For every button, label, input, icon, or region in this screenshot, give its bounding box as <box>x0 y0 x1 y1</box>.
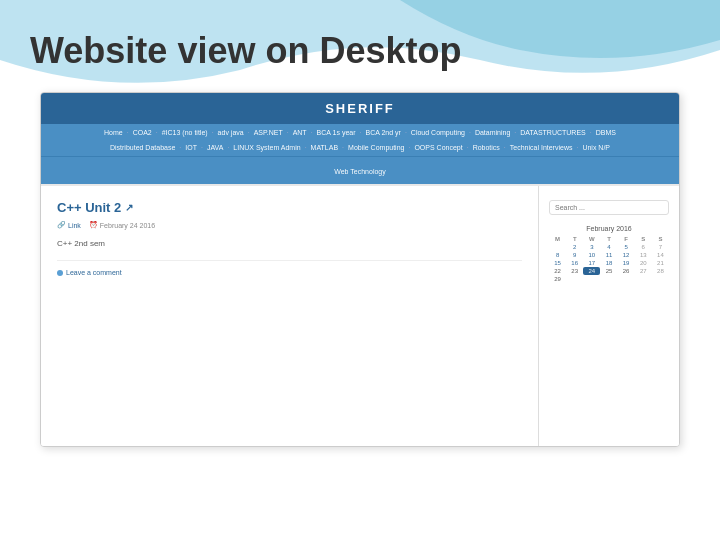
calendar-day[interactable]: 2 <box>566 243 583 251</box>
calendar-day[interactable]: 27 <box>635 267 652 275</box>
nav-row-3: Web Technology <box>41 157 679 186</box>
nav-advjava[interactable]: adv java <box>218 129 244 136</box>
nav-mobile[interactable]: Mobile Computing <box>348 144 404 151</box>
calendar-day <box>635 275 652 283</box>
nav-row-1: Home · COA2 · #IC13 (no title) · adv jav… <box>41 124 679 141</box>
nav-home[interactable]: Home <box>104 129 123 136</box>
calendar-day <box>600 275 617 283</box>
nav-bca2[interactable]: BCA 2nd yr <box>365 129 400 136</box>
nav-distdb[interactable]: Distributed Database <box>110 144 175 151</box>
calendar-day <box>652 275 669 283</box>
calendar-day <box>618 275 635 283</box>
calendar-day[interactable]: 7 <box>652 243 669 251</box>
calendar-day-header: S <box>635 235 652 243</box>
nav-ant[interactable]: ANT <box>293 129 307 136</box>
calendar-day-header: W <box>583 235 600 243</box>
calendar-day[interactable]: 28 <box>652 267 669 275</box>
calendar-day[interactable]: 12 <box>618 251 635 259</box>
search-input[interactable] <box>549 200 669 215</box>
nav-aspnet[interactable]: ASP.NET <box>254 129 283 136</box>
calendar-day[interactable]: 25 <box>600 267 617 275</box>
mockup-sidebar: February 2016 MTWTFSS 234567891011121314… <box>539 186 679 446</box>
calendar-day <box>549 243 566 251</box>
mockup-body: C++ Unit 2 ↗ 🔗 Link ⏰ February 24 2016 C… <box>41 186 679 446</box>
nav-unixnp[interactable]: Unix N/P <box>582 144 610 151</box>
nav-cloud[interactable]: Cloud Computing <box>411 129 465 136</box>
calendar-week-row: 891011121314 <box>549 251 669 259</box>
nav-ic13[interactable]: #IC13 (no title) <box>162 129 208 136</box>
calendar-day[interactable]: 8 <box>549 251 566 259</box>
calendar-day[interactable]: 23 <box>566 267 583 275</box>
nav-bca1[interactable]: BCA 1s year <box>317 129 356 136</box>
calendar: February 2016 MTWTFSS 234567891011121314… <box>549 225 669 283</box>
calendar-week-row: 234567 <box>549 243 669 251</box>
calendar-day[interactable]: 3 <box>583 243 600 251</box>
post-excerpt: C++ 2nd sem <box>57 239 522 248</box>
calendar-day-header: F <box>618 235 635 243</box>
external-link-icon: ↗ <box>125 202 133 213</box>
website-mockup: SHERIFF Home · COA2 · #IC13 (no title) ·… <box>40 92 680 447</box>
slide-content: Website view on Desktop SHERIFF Home · C… <box>0 0 720 467</box>
post-title: C++ Unit 2 ↗ <box>57 200 522 215</box>
calendar-day-header: T <box>566 235 583 243</box>
calendar-day[interactable]: 24 <box>583 267 600 275</box>
calendar-day[interactable]: 9 <box>566 251 583 259</box>
nav-oops[interactable]: OOPS Concept <box>414 144 462 151</box>
calendar-day[interactable]: 13 <box>635 251 652 259</box>
nav-robotics[interactable]: Robotics <box>473 144 500 151</box>
nav-dbms[interactable]: DBMS <box>596 129 616 136</box>
calendar-day <box>583 275 600 283</box>
mockup-main: C++ Unit 2 ↗ 🔗 Link ⏰ February 24 2016 C… <box>41 186 539 446</box>
calendar-day[interactable]: 26 <box>618 267 635 275</box>
calendar-day[interactable]: 4 <box>600 243 617 251</box>
calendar-week-row: 15161718192021 <box>549 259 669 267</box>
post-meta: 🔗 Link ⏰ February 24 2016 <box>57 221 522 229</box>
site-title: SHERIFF <box>51 101 669 116</box>
slide-title: Website view on Desktop <box>30 30 690 72</box>
leave-comment-link[interactable]: Leave a comment <box>57 269 522 276</box>
calendar-day[interactable]: 22 <box>549 267 566 275</box>
calendar-day[interactable]: 19 <box>618 259 635 267</box>
nav-datamining[interactable]: Datamining <box>475 129 510 136</box>
calendar-day[interactable]: 29 <box>549 275 566 283</box>
post-date: ⏰ February 24 2016 <box>89 221 155 229</box>
calendar-day-header: S <box>652 235 669 243</box>
nav-linux[interactable]: LINUX System Admin <box>233 144 300 151</box>
nav-datastructures[interactable]: DATASTRUCTURES <box>520 129 585 136</box>
post-title-text: C++ Unit 2 <box>57 200 121 215</box>
calendar-day[interactable]: 20 <box>635 259 652 267</box>
calendar-table: MTWTFSS 23456789101112131415161718192021… <box>549 235 669 283</box>
calendar-day[interactable]: 15 <box>549 259 566 267</box>
calendar-day <box>566 275 583 283</box>
nav-iot[interactable]: IOT <box>185 144 197 151</box>
calendar-month-title: February 2016 <box>549 225 669 232</box>
nav-tech-interviews[interactable]: Technical Interviews <box>510 144 573 151</box>
calendar-day[interactable]: 21 <box>652 259 669 267</box>
calendar-day[interactable]: 10 <box>583 251 600 259</box>
nav-coa2[interactable]: COA2 <box>133 129 152 136</box>
nav-web-technology[interactable]: Web Technology <box>334 168 386 175</box>
comment-dot-icon <box>57 270 63 276</box>
calendar-day[interactable]: 6 <box>635 243 652 251</box>
post-link-icon: 🔗 Link <box>57 221 81 229</box>
calendar-week-row: 22232425262728 <box>549 267 669 275</box>
nav-matlab[interactable]: MATLAB <box>311 144 339 151</box>
mockup-header: SHERIFF <box>41 93 679 124</box>
post-divider <box>57 260 522 261</box>
calendar-day[interactable]: 17 <box>583 259 600 267</box>
calendar-day[interactable]: 16 <box>566 259 583 267</box>
nav-row-2: Distributed Database · IOT · JAVA · LINU… <box>41 141 679 157</box>
calendar-day[interactable]: 14 <box>652 251 669 259</box>
nav-java[interactable]: JAVA <box>207 144 223 151</box>
calendar-day[interactable]: 11 <box>600 251 617 259</box>
calendar-day[interactable]: 18 <box>600 259 617 267</box>
calendar-day-header: T <box>600 235 617 243</box>
calendar-day-header: M <box>549 235 566 243</box>
calendar-day[interactable]: 5 <box>618 243 635 251</box>
calendar-week-row: 29 <box>549 275 669 283</box>
